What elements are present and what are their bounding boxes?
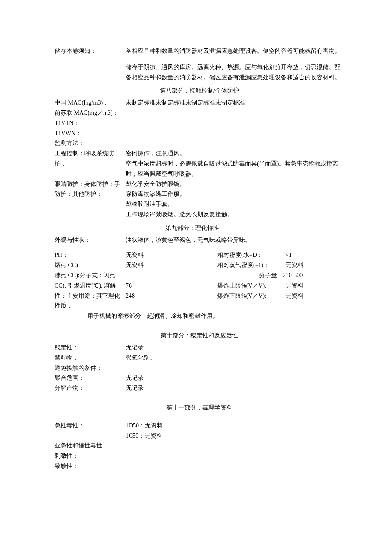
storage-para1: 备相应品种和数量的消防器材及泄漏应急处理设备。倒空的容器可能残留有害物。 bbox=[126, 46, 344, 56]
body-protection-value: 穿防毒物渗透工作服。 bbox=[126, 189, 344, 199]
explosion-lower-value: 无资料 bbox=[285, 291, 344, 301]
ignition-row: 248 爆炸下限%(V／V): 无资料 bbox=[126, 291, 344, 301]
subacute-label: 亚急性和慢性毒性: bbox=[55, 441, 126, 451]
t1vwn-row: T1VWN： bbox=[55, 128, 344, 139]
protection-label: 眼睛防护：身体防护：手防护：其他防护： bbox=[55, 179, 126, 220]
ph-label: PΠ： bbox=[55, 250, 126, 260]
molweight-value: 分子量：230-500 bbox=[217, 270, 344, 281]
ignition-temp-label: 引燃温度(℃): bbox=[68, 282, 103, 289]
section9-title: 第九部分：理化特性 bbox=[55, 223, 344, 233]
section10-title: 第十部分：稳定性和反应活性 bbox=[55, 331, 344, 341]
storage-label: 储存本卷须知： bbox=[55, 46, 126, 82]
stability-label: 稳定性： bbox=[55, 343, 126, 353]
hand-protection-value: 戴橡胶耐油手套。 bbox=[126, 199, 344, 209]
appearance-value: 油状液体，淡黄色至褐色，无气味或略带异味。 bbox=[126, 235, 344, 245]
engineering-control-content: 密闭操作，注意通风。 空气中浓度超标时，必需佩戴自吸过滤式防毒面具(半面罩)。紧… bbox=[126, 148, 344, 179]
china-mac-label: 中国 MAC(Ing/m3)： bbox=[55, 98, 126, 108]
acute-tox-row: 急性毒性： 1D50：无资料 1C50：无资料 bbox=[55, 421, 344, 441]
engineering-control-label: 工程控制：呼吸系统防护： bbox=[55, 148, 126, 179]
sensitization-label: 致敏性： bbox=[55, 461, 126, 471]
decomp-row: 分解产物： 无记录 bbox=[55, 383, 344, 393]
ussr-mac-row: 前苏联 MAC(mg／m3)： bbox=[55, 108, 344, 118]
appearance-row: 外观与性状： 油状液体，淡黄色至褐色，无气味或略带异味。 bbox=[55, 235, 344, 245]
irritation-row: 刺激性： bbox=[55, 451, 344, 461]
irritation-label: 刺激性： bbox=[55, 451, 126, 461]
polymer-hazard-label: 聚合危害： bbox=[55, 373, 126, 383]
monitor-method-label: 监测方法： bbox=[55, 138, 126, 148]
decomp-value: 无记录 bbox=[126, 383, 344, 393]
appearance-label: 外观与性状： bbox=[55, 235, 126, 245]
china-mac-row: 中国 MAC(Ing/m3)： 未制定标准未制定标准未制定标准未制定标准 bbox=[55, 98, 344, 108]
acute-tox-label: 急性毒性： bbox=[55, 421, 126, 441]
avoid-conditions-label: 避免接触的条件： bbox=[55, 363, 126, 373]
section11-title: 第十一部分：毒理学资料 bbox=[55, 403, 344, 413]
polymer-hazard-value: 无记录 bbox=[126, 373, 344, 383]
meltpoint-row: 熔点 CC)： 无资料 相对蒸气密度(=1)： 无资料 bbox=[55, 260, 344, 270]
sensitization-row: 致敏性： bbox=[55, 461, 344, 471]
t1vtn-label: T1VTN： bbox=[55, 118, 126, 128]
explosion-upper-value: 无资料 bbox=[285, 281, 344, 291]
rel-density-label: 相对密度(水=D： bbox=[217, 250, 285, 260]
engineering-control-value2: 空气中浓度超标时，必需佩戴自吸过滤式防毒面具(半面罩)。紧急事态抢救或撤离时，应… bbox=[126, 159, 344, 179]
flash-value: 76 bbox=[126, 281, 217, 291]
incompat-label: 禁配物： bbox=[55, 353, 126, 363]
ph-value: 无资料 bbox=[126, 250, 217, 260]
stability-value: 无记录 bbox=[126, 343, 344, 353]
molweight-row: 分子量：230-500 bbox=[55, 270, 344, 281]
rel-vapor-label: 相对蒸气密度(=1)： bbox=[217, 260, 285, 270]
rel-density-value: <1 bbox=[285, 250, 344, 260]
ussr-mac-label: 前苏联 MAC(mg／m3)： bbox=[55, 108, 126, 118]
storage-row: 储存本卷须知： 备相应品种和数量的消防器材及泄漏应急处理设备。倒空的容器可能残留… bbox=[55, 46, 344, 82]
eye-protection-value: 戴化学安全防护眼镜。 bbox=[126, 179, 344, 189]
meltpoint-label: 熔点 CC)： bbox=[55, 260, 126, 270]
boilpoint-block: 沸点 CC):分子式：闪点 CC): 引燃温度(℃): 溶解性：主要用途：其它理… bbox=[55, 270, 344, 321]
lc50-value: 1C50：无资料 bbox=[126, 431, 344, 441]
ignition-value: 248 bbox=[126, 291, 217, 301]
monitor-method-row: 监测方法： bbox=[55, 138, 344, 148]
incompat-row: 禁配物： 强氧化剂。 bbox=[55, 353, 344, 363]
china-mac-value: 未制定标准未制定标准未制定标准未制定标准 bbox=[126, 98, 344, 108]
acute-tox-content: 1D50：无资料 1C50：无资料 bbox=[126, 421, 344, 441]
storage-para2: 储存于阴凉、通风的库房。远离火种、热源。应与氧化剂分开存放，切忌混储。配备相应品… bbox=[126, 62, 344, 83]
rel-vapor-value: 无资料 bbox=[285, 260, 344, 270]
incompat-value: 强氧化剂。 bbox=[126, 353, 344, 363]
meltpoint-value: 无资料 bbox=[126, 260, 217, 270]
section8-title: 第八部分：接触控制/个体防护 bbox=[55, 86, 344, 96]
avoid-conditions-row: 避免接触的条件： bbox=[55, 363, 344, 373]
boilpoint-right: 分子量：230-500 76 爆炸上限%(V／V): 无资料 248 爆炸下限%… bbox=[126, 270, 344, 321]
main-use-value: 用于机械的摩擦部分，起润滑、冷却和密封作用。 bbox=[87, 311, 344, 321]
protection-content: 戴化学安全防护眼镜。 穿防毒物渗透工作服。 戴橡胶耐油手套。 工作现场严禁吸烟。… bbox=[126, 179, 344, 220]
other-protection-value: 工作现场严禁吸烟。避免长期反复接触。 bbox=[126, 209, 344, 220]
explosion-lower-label: 爆炸下限%(V／V): bbox=[217, 291, 285, 301]
protection-row: 眼睛防护：身体防护：手防护：其他防护： 戴化学安全防护眼镜。 穿防毒物渗透工作服… bbox=[55, 179, 344, 220]
t1vtn-row: T1VTN： bbox=[55, 118, 344, 128]
subacute-row: 亚急性和慢性毒性: bbox=[55, 441, 344, 451]
polymer-hazard-row: 聚合危害： 无记录 bbox=[55, 373, 344, 383]
engineering-control-value1: 密闭操作，注意通风。 bbox=[126, 148, 344, 159]
engineering-control-row: 工程控制：呼吸系统防护： 密闭操作，注意通风。 空气中浓度超标时，必需佩戴自吸过… bbox=[55, 148, 344, 179]
ld50-value: 1D50：无资料 bbox=[126, 421, 344, 431]
decomp-label: 分解产物： bbox=[55, 383, 126, 393]
flash-row: 76 爆炸上限%(V／V): 无资料 bbox=[126, 281, 344, 291]
explosion-upper-label: 爆炸上限%(V／V): bbox=[217, 281, 285, 291]
ph-row: PΠ： 无资料 相对密度(水=D： <1 bbox=[55, 250, 344, 260]
storage-content: 备相应品种和数量的消防器材及泄漏应急处理设备。倒空的容器可能残留有害物。 储存于… bbox=[126, 46, 344, 82]
stability-row: 稳定性： 无记录 bbox=[55, 343, 344, 353]
t1vwn-label: T1VWN： bbox=[55, 128, 126, 139]
